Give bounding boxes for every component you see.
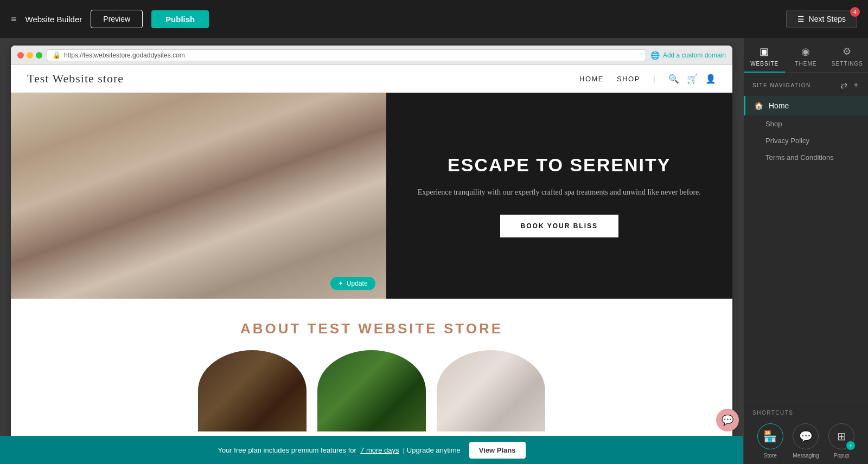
filter-icon[interactable]: ⇄ bbox=[840, 80, 848, 91]
spa-image bbox=[11, 93, 386, 299]
globe-icon: 🌐 bbox=[650, 51, 660, 60]
about-circle-2 bbox=[317, 350, 426, 431]
browser-chrome: 🔒 https://testwebsitestore.godaddysites.… bbox=[11, 46, 732, 464]
banner-days-link[interactable]: 7 more days bbox=[360, 446, 399, 454]
nav-divider: | bbox=[653, 74, 655, 83]
main-area: 🔒 https://testwebsitestore.godaddysites.… bbox=[0, 38, 868, 464]
shortcuts-icons: 🏪 Store 💬 Messaging ⊞ + Popup bbox=[752, 423, 859, 459]
update-icon: ✦ bbox=[338, 280, 343, 287]
website-tab-icon: ▣ bbox=[760, 46, 769, 57]
shortcut-popup[interactable]: ⊞ + Popup bbox=[828, 423, 854, 459]
popup-icon: ⊞ bbox=[837, 430, 846, 443]
site-navigation-label: SITE NAVIGATION bbox=[752, 82, 811, 88]
store-icon: 🏪 bbox=[763, 430, 777, 443]
shortcuts-section: SHORTCUTS 🏪 Store 💬 Messaging ⊞ bbox=[744, 402, 868, 464]
panel-tabs: ▣ WEBSITE ◉ THEME ⚙ SETTINGS bbox=[744, 38, 868, 73]
toolbar-right: ☰ Next Steps 4 bbox=[786, 10, 857, 28]
nav-item-privacy-label: Privacy Policy bbox=[765, 137, 809, 145]
cart-icon[interactable]: 🛒 bbox=[687, 74, 698, 84]
about-title: ABOUT TEST WEBSITE STORE bbox=[27, 320, 716, 337]
nav-shop-link[interactable]: SHOP bbox=[617, 75, 640, 83]
hero-subtitle: Experience tranquility with our expertly… bbox=[418, 186, 701, 199]
website-logo: Test Website store bbox=[27, 72, 124, 86]
site-navigation-header: SITE NAVIGATION ⇄ + bbox=[744, 73, 868, 96]
browser-dot-yellow[interactable] bbox=[27, 52, 33, 59]
theme-tab-icon: ◉ bbox=[801, 46, 810, 57]
messaging-icon: 💬 bbox=[799, 430, 813, 443]
popup-plus-badge: + bbox=[846, 441, 855, 450]
lock-icon: 🔒 bbox=[53, 51, 61, 59]
toolbar-left: ≡ Website Builder Preview Publish bbox=[11, 10, 209, 28]
shortcuts-label: SHORTCUTS bbox=[752, 410, 859, 416]
custom-domain-label: Add a custom domain bbox=[663, 51, 726, 59]
shortcut-store[interactable]: 🏪 Store bbox=[757, 423, 783, 459]
messaging-circle: 💬 bbox=[793, 423, 819, 449]
about-circle-1 bbox=[198, 350, 307, 431]
store-circle: 🏪 bbox=[757, 423, 783, 449]
site-nav-actions: ⇄ + bbox=[840, 80, 859, 91]
banner-text-after: | Upgrade anytime bbox=[403, 446, 461, 454]
about-images bbox=[27, 350, 716, 431]
banner-text: Your free plan includes premium features… bbox=[218, 446, 460, 454]
update-badge[interactable]: ✦ Update bbox=[330, 277, 375, 290]
add-page-icon[interactable]: + bbox=[853, 80, 859, 91]
messaging-label: Messaging bbox=[793, 453, 819, 459]
tab-theme[interactable]: ◉ THEME bbox=[785, 38, 826, 72]
website-nav: Test Website store HOME SHOP | 🔍 🛒 👤 bbox=[11, 65, 732, 93]
tab-settings[interactable]: ⚙ SETTINGS bbox=[827, 38, 868, 72]
popup-circle: ⊞ + bbox=[828, 423, 854, 449]
settings-tab-icon: ⚙ bbox=[843, 46, 852, 57]
right-panel: ▣ WEBSITE ◉ THEME ⚙ SETTINGS SITE NAVIGA… bbox=[743, 38, 868, 464]
nav-item-terms-label: Terms and Conditions bbox=[765, 153, 834, 162]
hero-content: ESCAPE TO SERENITY Experience tranquilit… bbox=[386, 93, 732, 299]
toolbar: ≡ Website Builder Preview Publish ☰ Next… bbox=[0, 0, 868, 38]
shortcut-messaging[interactable]: 💬 Messaging bbox=[793, 423, 819, 459]
notification-badge: 4 bbox=[850, 7, 860, 17]
update-label: Update bbox=[347, 280, 368, 287]
nav-item-home[interactable]: 🏠 Home bbox=[744, 96, 868, 115]
browser-dots bbox=[17, 52, 42, 59]
nav-item-shop-label: Shop bbox=[765, 120, 782, 128]
nav-item-shop[interactable]: Shop bbox=[744, 115, 868, 132]
bottom-banner: Your free plan includes premium features… bbox=[0, 436, 743, 464]
home-icon: 🏠 bbox=[754, 101, 763, 110]
custom-domain-button[interactable]: 🌐 Add a custom domain bbox=[650, 51, 726, 60]
website-preview: Test Website store HOME SHOP | 🔍 🛒 👤 bbox=[11, 65, 732, 464]
browser-url-text: https://testwebsitestore.godaddysites.co… bbox=[64, 51, 185, 59]
preview-button[interactable]: Preview bbox=[91, 10, 143, 28]
about-section: ABOUT TEST WEBSITE STORE bbox=[11, 299, 732, 442]
browser-url-bar[interactable]: 🔒 https://testwebsitestore.godaddysites.… bbox=[47, 49, 646, 61]
website-menu: HOME SHOP | 🔍 🛒 👤 bbox=[579, 74, 716, 84]
nav-item-terms[interactable]: Terms and Conditions bbox=[744, 149, 868, 166]
publish-button[interactable]: Publish bbox=[151, 10, 209, 28]
hero-image: ✦ Update bbox=[11, 93, 386, 299]
user-icon[interactable]: 👤 bbox=[705, 74, 716, 84]
settings-tab-label: SETTINGS bbox=[832, 61, 863, 67]
hero-section: ✦ Update ESCAPE TO SERENITY Experience t… bbox=[11, 93, 732, 299]
nav-item-home-label: Home bbox=[769, 101, 789, 110]
next-steps-button[interactable]: ☰ Next Steps 4 bbox=[786, 10, 857, 28]
hero-book-button[interactable]: BOOK YOUR BLISS bbox=[500, 215, 618, 237]
next-steps-label: Next Steps bbox=[809, 15, 846, 23]
banner-text-before: Your free plan includes premium features… bbox=[218, 446, 356, 454]
browser-bar: 🔒 https://testwebsitestore.godaddysites.… bbox=[11, 46, 732, 65]
website-menu-icons: 🔍 🛒 👤 bbox=[668, 74, 716, 84]
browser-dot-green[interactable] bbox=[36, 52, 42, 59]
canvas-area: 🔒 https://testwebsitestore.godaddysites.… bbox=[0, 38, 743, 464]
hamburger-icon[interactable]: ≡ bbox=[11, 14, 17, 25]
hero-title: ESCAPE TO SERENITY bbox=[448, 154, 671, 176]
nav-home-link[interactable]: HOME bbox=[579, 75, 604, 83]
view-plans-button[interactable]: View Plans bbox=[469, 442, 526, 459]
site-title: Website Builder bbox=[25, 15, 82, 24]
theme-tab-label: THEME bbox=[795, 61, 816, 67]
tab-website[interactable]: ▣ WEBSITE bbox=[744, 38, 785, 72]
search-icon[interactable]: 🔍 bbox=[668, 74, 679, 84]
website-tab-label: WEBSITE bbox=[750, 61, 778, 67]
nav-item-privacy-policy[interactable]: Privacy Policy bbox=[744, 132, 868, 149]
about-circle-3 bbox=[437, 350, 545, 431]
browser-dot-red[interactable] bbox=[17, 52, 24, 59]
next-steps-icon: ☰ bbox=[797, 15, 805, 23]
store-label: Store bbox=[764, 453, 777, 459]
popup-label: Popup bbox=[834, 453, 850, 459]
